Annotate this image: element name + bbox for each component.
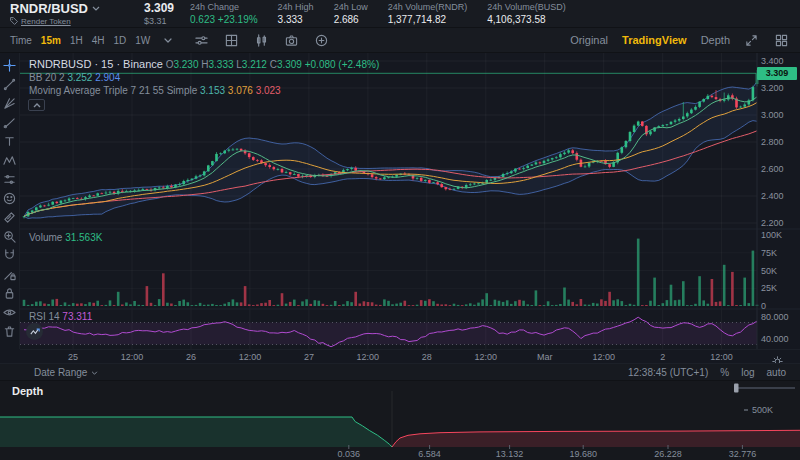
price-axis[interactable]: 3.4003.2003.0002.8002.6002.4002.200100K7… — [761, 53, 800, 349]
tradingview-logo-icon — [30, 328, 40, 336]
time-label: Time — [10, 35, 32, 46]
zoom-in-icon[interactable] — [1, 227, 19, 246]
price-tick: 2.400 — [761, 191, 784, 201]
interval-1D[interactable]: 1D — [113, 35, 126, 46]
volume-tick: 25K — [761, 283, 777, 293]
time-tick: 12:00 — [475, 352, 498, 362]
chevron-down-icon — [91, 371, 98, 375]
volume-tick: 75K — [761, 248, 777, 258]
draw-lock-icon[interactable] — [1, 265, 19, 284]
ruler-icon[interactable] — [1, 208, 19, 227]
fullscreen-icon[interactable] — [742, 31, 760, 49]
interval-dropdown-icon[interactable] — [159, 31, 177, 49]
percent-scale-toggle[interactable]: % — [720, 367, 729, 378]
tag-icon — [10, 17, 18, 25]
time-tick: 12:00 — [710, 352, 733, 362]
time-tick: 25 — [68, 352, 78, 362]
indicators-icon[interactable] — [222, 31, 240, 49]
price-block: 3.309 $3.31 — [144, 2, 174, 26]
time-tick: 27 — [304, 352, 314, 362]
xabcd-pattern-icon[interactable] — [1, 151, 19, 170]
legend-collapse-button[interactable] — [28, 99, 45, 111]
time-tick: 12:00 — [121, 352, 144, 362]
toolbar-icons — [192, 31, 330, 49]
time-tick: 12:00 — [592, 352, 615, 362]
volume-tick: 50K — [761, 266, 777, 276]
time-tick: 28 — [422, 352, 432, 362]
ticker-stat: 24h Low2.686 — [334, 2, 368, 25]
interval-4H[interactable]: 4H — [92, 35, 105, 46]
clock-utc: 12:38:45 (UTC+1) — [628, 367, 708, 378]
trend-line-icon[interactable] — [1, 75, 19, 94]
depth-title: Depth — [12, 385, 43, 397]
ticker-bar: RNDR/BUSD Render Token 3.309 $3.31 24h C… — [0, 0, 800, 27]
crosshair-icon[interactable] — [1, 56, 19, 75]
interval-15m[interactable]: 15m — [41, 35, 61, 46]
depth-zoom-slider-handle[interactable] — [734, 384, 739, 393]
chart-area: RNDRBUSD · 15 · Binance O3.230 H3.333 L3… — [20, 53, 800, 349]
emoji-icon[interactable] — [1, 189, 19, 208]
rsi-tick: 40.000 — [761, 334, 789, 344]
interval-1H[interactable]: 1H — [70, 35, 83, 46]
depth-chart-canvas[interactable]: 0.0366.58413.13219.68026.22832.776500K — [0, 381, 800, 460]
layout-grid-icon[interactable] — [772, 31, 790, 49]
date-range-selector[interactable]: Date Range — [34, 367, 98, 378]
trash-icon[interactable] — [1, 322, 19, 341]
ticker-stats: 24h Change0.623 +23.19%24h High3.33324h … — [190, 2, 566, 25]
price-tick: 2.800 — [761, 137, 784, 147]
chart-main: RNDRBUSD · 15 · Binance O3.230 H3.333 L3… — [0, 52, 800, 380]
log-scale-toggle[interactable]: log — [741, 367, 754, 378]
tradingview-logo-badge[interactable] — [26, 323, 43, 340]
view-tabs: OriginalTradingViewDepth — [570, 34, 730, 46]
depth-x-tick: 26.228 — [654, 449, 682, 459]
time-tick: Mar — [537, 352, 553, 362]
brush-icon[interactable] — [1, 113, 19, 132]
interval-group: 15m1H4H1D1W — [41, 35, 150, 46]
price-tick: 3.200 — [761, 83, 784, 93]
drawing-tools-sidebar — [0, 53, 20, 349]
rsi-tick: 80.000 — [761, 312, 789, 322]
auto-scale-toggle[interactable]: auto — [767, 367, 786, 378]
fiat-price: $3.31 — [144, 16, 174, 26]
time-tick: 12:00 — [357, 352, 380, 362]
depth-x-tick: 0.036 — [338, 449, 361, 459]
token-name-link[interactable]: Render Token — [21, 17, 71, 26]
depth-x-tick: 13.132 — [496, 449, 524, 459]
ticker-stat: 24h High3.333 — [278, 2, 314, 25]
eye-icon[interactable] — [1, 303, 19, 322]
price-tick: 2.200 — [761, 218, 784, 228]
interval-1W[interactable]: 1W — [135, 35, 150, 46]
time-tick: 26 — [186, 352, 196, 362]
magnet-icon[interactable] — [1, 246, 19, 265]
last-price-badge: 3.309 — [757, 67, 797, 80]
pair-selector[interactable]: RNDR/BUSD Render Token — [10, 2, 128, 26]
volume-tick: 100K — [761, 230, 782, 240]
lock-icon[interactable] — [1, 284, 19, 303]
settings-sliders-icon[interactable] — [192, 31, 210, 49]
ticker-stat: 24h Volume(BUSD)4,106,373.58 — [487, 2, 566, 25]
depth-section: Depth 0.0366.58413.13219.68026.22832.776… — [0, 380, 800, 460]
fib-fan-icon[interactable] — [1, 94, 19, 113]
depth-x-tick: 19.680 — [569, 449, 597, 459]
volume-tick: 0 — [761, 301, 766, 311]
ticker-stat: 24h Change0.623 +23.19% — [190, 2, 258, 25]
status-bar: Date Range 12:38:45 (UTC+1) % log auto — [0, 363, 800, 381]
chevron-down-icon — [92, 6, 100, 11]
price-tick: 3.000 — [761, 110, 784, 120]
view-tab-depth[interactable]: Depth — [701, 34, 730, 46]
view-tab-tradingview[interactable]: TradingView — [622, 34, 687, 46]
last-price: 3.309 — [144, 2, 174, 14]
time-axis[interactable]: 2512:002612:002712:002812:00Mar12:00212:… — [20, 349, 800, 363]
price-tick: 3.400 — [761, 56, 784, 66]
add-circle-icon[interactable] — [312, 31, 330, 49]
price-tick: 2.600 — [761, 164, 784, 174]
time-tick: 12:00 — [239, 352, 262, 362]
depth-x-tick: 32.776 — [729, 449, 757, 459]
chevron-up-icon — [33, 103, 41, 108]
text-tool-icon[interactable] — [1, 132, 19, 151]
chart-style-icon[interactable] — [252, 31, 270, 49]
view-tab-original[interactable]: Original — [570, 34, 608, 46]
camera-icon[interactable] — [282, 31, 300, 49]
forecast-tool-icon[interactable] — [1, 170, 19, 189]
price-chart-canvas[interactable] — [20, 53, 800, 349]
